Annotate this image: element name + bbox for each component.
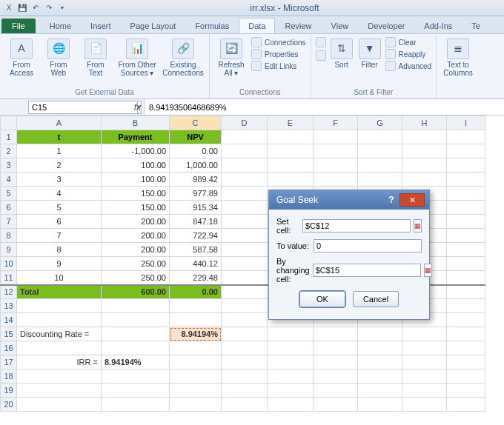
cell[interactable]	[402, 173, 447, 187]
cell[interactable]	[102, 398, 170, 412]
cell[interactable]	[314, 398, 358, 412]
cell[interactable]	[447, 173, 485, 187]
cell[interactable]	[314, 384, 358, 398]
cell[interactable]	[447, 187, 485, 201]
sort-button[interactable]: ⇅Sort	[329, 36, 354, 69]
cell[interactable]	[170, 341, 222, 355]
cell[interactable]	[222, 173, 268, 187]
cell[interactable]: 250.00	[102, 271, 170, 285]
cell[interactable]	[268, 173, 314, 187]
cell[interactable]: 229.48	[170, 271, 222, 285]
cell[interactable]: 722.94	[170, 229, 222, 243]
tab-developer[interactable]: Developer	[358, 18, 414, 33]
row-header[interactable]: 18	[1, 369, 17, 384]
cell[interactable]	[222, 215, 268, 229]
row-header[interactable]: 9	[1, 243, 17, 257]
clear-button[interactable]: Clear	[385, 37, 431, 47]
cell[interactable]: 977.89	[170, 187, 222, 201]
cell[interactable]	[268, 144, 314, 158]
cell[interactable]	[402, 398, 447, 412]
cell[interactable]	[17, 341, 102, 355]
cell[interactable]	[447, 215, 485, 229]
cell[interactable]: 1	[17, 144, 102, 158]
cell[interactable]	[170, 299, 222, 313]
cell[interactable]	[222, 285, 268, 299]
discount-rate-cell[interactable]: 8.94194%	[170, 327, 222, 341]
cell[interactable]	[170, 369, 222, 384]
cell[interactable]	[268, 341, 314, 355]
from-access-button[interactable]: AFromAccess	[4, 36, 39, 77]
cell[interactable]	[222, 243, 268, 257]
cell[interactable]	[268, 398, 314, 412]
cell[interactable]: 8	[17, 243, 102, 257]
cell[interactable]: 5	[17, 201, 102, 215]
cell[interactable]	[358, 173, 402, 187]
cell[interactable]: Payment	[102, 130, 170, 144]
cell[interactable]	[402, 341, 447, 355]
tab-review[interactable]: Review	[275, 18, 321, 33]
cell[interactable]	[447, 384, 485, 398]
cell[interactable]	[447, 144, 485, 158]
reapply-button[interactable]: Reapply	[385, 49, 431, 59]
cell[interactable]	[447, 158, 485, 173]
cell[interactable]	[222, 158, 268, 173]
cell[interactable]: 200.00	[102, 243, 170, 257]
cell[interactable]	[222, 313, 268, 327]
row-header[interactable]: 3	[1, 158, 17, 173]
row-header[interactable]: 15	[1, 327, 17, 341]
dialog-title-bar[interactable]: Goal Seek ? ✕	[269, 190, 429, 210]
cell[interactable]	[222, 144, 268, 158]
row-header[interactable]: 7	[1, 215, 17, 229]
row-header[interactable]: 11	[1, 271, 17, 285]
cell[interactable]	[402, 144, 447, 158]
tab-page-layout[interactable]: Page Layout	[121, 18, 186, 33]
cell[interactable]	[222, 201, 268, 215]
cell[interactable]	[102, 313, 170, 327]
cell[interactable]: 6	[17, 215, 102, 229]
sort-az-button[interactable]: A↓Z	[316, 37, 326, 47]
cell[interactable]	[222, 257, 268, 271]
cell[interactable]: NPV	[170, 130, 222, 144]
cell[interactable]: -1,000.00	[102, 144, 170, 158]
cell[interactable]	[268, 355, 314, 369]
row-header[interactable]: 10	[1, 257, 17, 271]
cell[interactable]	[170, 313, 222, 327]
cell[interactable]: 7	[17, 229, 102, 243]
col-header[interactable]: E	[268, 116, 314, 130]
cell[interactable]	[222, 341, 268, 355]
col-header[interactable]: C	[170, 116, 222, 130]
cell[interactable]	[102, 299, 170, 313]
existing-connections-button[interactable]: 🔗ExistingConnections	[162, 36, 205, 77]
cell[interactable]	[102, 327, 170, 341]
tab-home[interactable]: Home	[40, 18, 81, 33]
row-header[interactable]: 20	[1, 398, 17, 412]
cell[interactable]: 10	[17, 271, 102, 285]
cell[interactable]	[358, 130, 402, 144]
cell[interactable]	[358, 327, 402, 341]
by-changing-input[interactable]	[313, 264, 421, 277]
cell[interactable]	[222, 327, 268, 341]
range-selector-icon[interactable]: ▦	[424, 264, 432, 277]
cell[interactable]	[222, 130, 268, 144]
filter-button[interactable]: ▼Filter	[357, 36, 382, 69]
cell[interactable]	[17, 369, 102, 384]
cell[interactable]	[447, 201, 485, 215]
cell[interactable]	[402, 355, 447, 369]
cancel-button[interactable]: Cancel	[353, 291, 399, 307]
cell[interactable]	[102, 341, 170, 355]
qat-dropdown-icon[interactable]: ▾	[56, 2, 68, 14]
cell[interactable]	[268, 369, 314, 384]
close-icon[interactable]: ✕	[399, 193, 425, 207]
formula-input[interactable]	[144, 99, 504, 115]
cell[interactable]	[402, 130, 447, 144]
row-header[interactable]: 17	[1, 355, 17, 369]
advanced-button[interactable]: Advanced	[385, 61, 431, 71]
cell[interactable]	[447, 271, 485, 285]
cell[interactable]: 847.18	[170, 215, 222, 229]
cell[interactable]	[170, 355, 222, 369]
cell[interactable]	[358, 384, 402, 398]
cell[interactable]	[447, 299, 485, 313]
cell[interactable]: 9	[17, 257, 102, 271]
row-header[interactable]: 6	[1, 201, 17, 215]
col-header[interactable]: G	[358, 116, 402, 130]
